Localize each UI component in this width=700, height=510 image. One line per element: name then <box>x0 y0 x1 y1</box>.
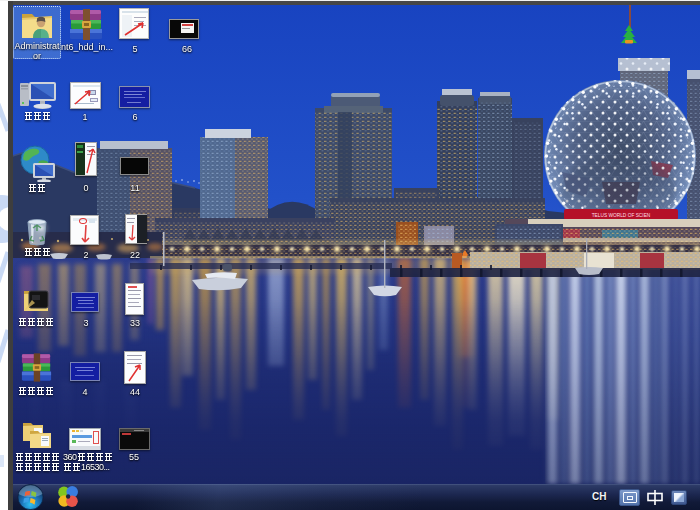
svg-text:TELUS WORLD OF SCIEN: TELUS WORLD OF SCIEN <box>592 213 651 218</box>
